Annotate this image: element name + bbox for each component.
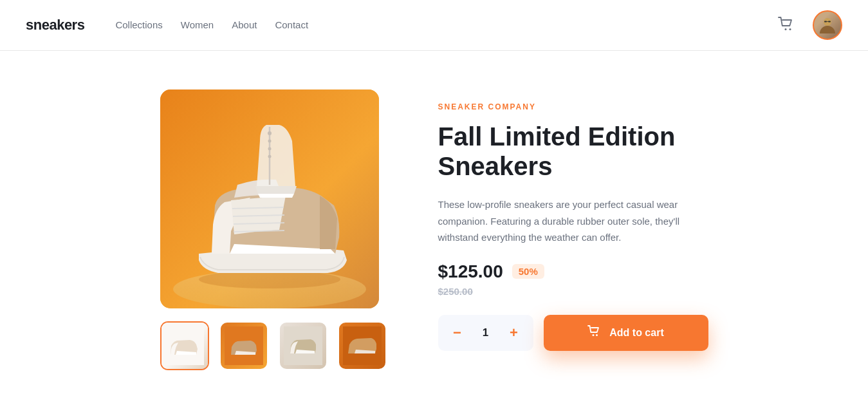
cart-icon-in-button — [587, 325, 600, 337]
nav-right — [778, 10, 842, 40]
decrement-button[interactable]: − — [448, 324, 466, 342]
svg-rect-18 — [165, 326, 204, 365]
thumbnail-3[interactable] — [279, 321, 328, 370]
pricing: $125.00 50% $250.00 — [438, 261, 708, 297]
nav-item-about[interactable]: About — [232, 19, 257, 31]
nav-links: Collections Women About Contact — [115, 19, 308, 31]
product-title-line1: Fall Limited Edition — [438, 122, 676, 151]
product-description: These low-profile sneakers are your perf… — [438, 196, 708, 246]
price-row: $125.00 50% — [438, 261, 708, 282]
svg-point-1 — [790, 28, 791, 30]
product-image-svg — [160, 89, 379, 308]
add-to-cart-button[interactable]: Add to cart — [544, 315, 708, 351]
thumbnail-4-image — [339, 323, 385, 369]
product-title-line2: Sneakers — [438, 152, 553, 180]
svg-point-17 — [268, 155, 271, 158]
thumbnail-2[interactable] — [219, 321, 268, 370]
thumbnail-4[interactable] — [338, 321, 387, 370]
svg-rect-4 — [828, 21, 831, 23]
increment-button[interactable]: + — [505, 324, 523, 342]
thumbnail-3-image — [280, 323, 326, 369]
svg-rect-3 — [824, 21, 827, 23]
cart-button[interactable] — [778, 17, 795, 33]
navbar: sneakers Collections Women About Contact — [0, 0, 868, 51]
nav-item-women[interactable]: Women — [181, 19, 214, 31]
add-to-cart-label: Add to cart — [609, 327, 663, 339]
discount-badge: 50% — [512, 264, 544, 279]
quantity-value: 1 — [479, 326, 492, 339]
nav-link-women[interactable]: Women — [181, 19, 214, 34]
thumbnail-1-image — [162, 323, 208, 369]
current-price: $125.00 — [438, 261, 503, 282]
avatar-icon — [818, 15, 837, 35]
nav-link-collections[interactable]: Collections — [115, 19, 162, 34]
site-logo[interactable]: sneakers — [26, 17, 84, 33]
quantity-control: − 1 + — [438, 315, 533, 351]
product-info: SNEAKER COMPANY Fall Limited Edition Sne… — [438, 89, 708, 351]
avatar[interactable] — [813, 10, 842, 40]
brand-label: SNEAKER COMPANY — [438, 102, 708, 111]
footer: Challenge by Frontend Mentor. Coded by Y… — [0, 396, 868, 414]
original-price: $250.00 — [438, 286, 708, 297]
svg-point-14 — [268, 131, 272, 135]
nav-link-about[interactable]: About — [232, 19, 257, 34]
thumbnail-1[interactable] — [160, 321, 209, 370]
svg-point-15 — [268, 140, 271, 143]
main-content: SNEAKER COMPANY Fall Limited Edition Sne… — [80, 51, 788, 396]
main-product-image — [160, 89, 379, 308]
cart-controls: − 1 + Add to cart — [438, 315, 708, 351]
svg-point-16 — [268, 147, 271, 151]
nav-item-contact[interactable]: Contact — [275, 19, 308, 31]
svg-point-23 — [596, 334, 598, 336]
cart-icon — [778, 17, 795, 31]
thumbnail-list — [160, 321, 387, 370]
product-images — [160, 89, 387, 370]
thumbnail-2-image — [221, 323, 267, 369]
product-title: Fall Limited Edition Sneakers — [438, 122, 708, 181]
svg-point-8 — [199, 270, 340, 288]
svg-point-0 — [785, 28, 787, 30]
svg-point-22 — [593, 334, 595, 336]
nav-link-contact[interactable]: Contact — [275, 19, 308, 34]
nav-item-collections[interactable]: Collections — [115, 19, 162, 31]
cart-button-icon — [587, 325, 600, 340]
